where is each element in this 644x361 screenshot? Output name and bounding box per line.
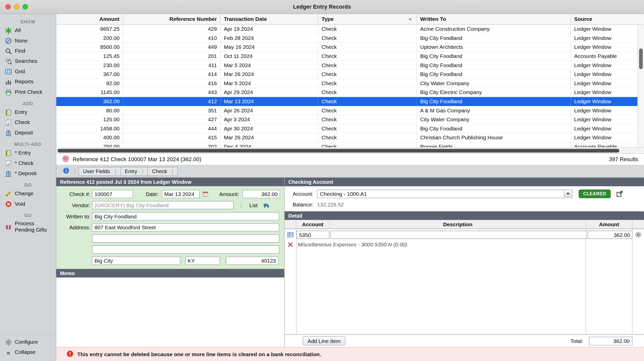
column-header-amount[interactable]: Amount [56,14,123,24]
info-icon[interactable] [63,167,69,175]
table-cell: Check [318,88,417,97]
zip-field[interactable] [226,257,279,265]
prohibited-icon [5,37,12,44]
table-row[interactable]: 80.00351Apr 26 2024CheckA & M Gas Compan… [56,106,637,115]
line-amount-field[interactable] [588,231,632,239]
drag-handle-icon[interactable]: ⋮ [113,169,116,174]
check-number-field[interactable] [92,190,133,198]
city-field[interactable] [92,257,180,265]
zoom-button[interactable] [23,4,28,9]
column-header-reference-number[interactable]: Reference Number [123,14,220,24]
table-cell: 201 [123,52,220,61]
date-field[interactable] [162,190,200,198]
column-header-written-to[interactable]: Written To [417,14,571,24]
tab-check[interactable]: Check ⋮ [148,167,177,175]
sidebar-item-multi-entry[interactable]: * Entry [0,148,56,158]
minimize-button[interactable] [14,4,19,9]
delete-line-icon[interactable] [285,242,296,247]
column-header-type[interactable]: Type [318,14,417,24]
table-row[interactable]: 230.00411Mar 5 2024CheckBig City Foodlan… [56,61,637,70]
record-summary: Reference 412 Check 100007 Mar 13 2024 (… [73,156,201,162]
sidebar-item-find[interactable]: Find [0,46,56,56]
table-row[interactable]: 750.00202Dec 4 2024CheckRonnie FieldsAcc… [56,142,637,147]
vertical-scrollbar[interactable] [637,25,644,147]
vendor-menu-icon[interactable]: ⋮ [239,203,242,208]
table-row[interactable]: 367.00414Mar 26 2024CheckBig City Foodla… [56,70,637,79]
table-row[interactable]: 125.45201Oct 11 2024CheckBig City Foodla… [56,52,637,61]
table-cell: 444 [123,124,220,133]
table-row[interactable]: 1458.00444Apr 30 2024CheckBig City Foodl… [56,124,637,133]
cleared-button[interactable]: CLEARED [579,190,611,198]
tab-entry[interactable]: Entry ⋮ [121,167,148,175]
column-header-source[interactable]: Source [571,14,637,24]
sidebar-item-change[interactable]: Change [0,189,56,199]
column-header-transaction-date[interactable]: Transaction Date [220,14,318,24]
table-cell: Uptown Architects [417,43,571,51]
address-line1-field[interactable] [92,223,279,231]
table-cell: 362.00 [56,97,123,106]
table-cell: Check [318,133,417,142]
sidebar-item-collapse[interactable]: « Collapse [0,348,56,358]
sidebar-item-grid[interactable]: Grid [0,67,56,77]
table-cell: Big City Electric Company [417,88,571,97]
tab-user-fields[interactable]: User Fields ⋮ [79,167,121,175]
sidebar-heading-multi-add: MULTI-ADD [0,142,56,147]
table-row[interactable]: 92.00416Mar 5 2024CheckCity Water Compan… [56,79,637,88]
vendor-field[interactable] [92,201,234,209]
horizontal-scrollbar[interactable] [56,147,644,153]
check-number-label: Check #: [56,191,90,197]
ledger-table: Amount Reference Number Transaction Date… [56,14,644,153]
sidebar-item-searches[interactable]: Searches [0,56,56,67]
state-field[interactable] [185,257,220,265]
sidebar-item-entry[interactable]: Entry [0,107,56,117]
sidebar-item-reports[interactable]: Reports [0,77,56,87]
drag-handle-icon[interactable]: ⋮ [140,169,143,174]
sidebar-item-deposit[interactable]: Deposit [0,128,56,138]
line-account-field[interactable] [297,231,329,239]
close-button[interactable] [5,4,11,9]
calendar-icon[interactable] [202,191,209,197]
gear-icon [5,339,12,346]
table-cell: Ledger Window [571,88,637,97]
vendor-list-label[interactable]: List [249,202,258,208]
sidebar-item-none[interactable]: None [0,36,56,46]
sidebar-item-void[interactable]: Void [0,199,56,209]
sidebar-item-check[interactable]: Check [0,118,56,128]
truck-icon[interactable] [263,202,271,208]
account-label: Account: [289,191,313,197]
drag-handle-icon[interactable]: ⋮ [72,169,76,174]
drag-handle-icon[interactable]: ⋮ [170,169,173,174]
line-settings-gear-icon[interactable] [633,232,644,238]
table-row[interactable]: 1145.00443Apr 29 2024CheckBig City Elect… [56,88,637,97]
address-line2-field[interactable] [92,234,279,243]
detail-grid: Account Description Amount [285,220,644,335]
sidebar-item-multi-deposit[interactable]: * Deposit [0,169,56,179]
written-to-field[interactable] [92,212,279,220]
account-lookup-icon[interactable] [285,232,296,238]
table-cell: Check [318,124,417,133]
sidebar-item-print-check[interactable]: Print Check [0,87,56,97]
chevron-down-icon[interactable] [564,190,572,197]
table-row[interactable]: 8657.25429Apr 19 2024CheckAcme Construct… [56,25,637,34]
address-line3-field[interactable] [92,246,279,254]
vertical-scrollbar-thumb[interactable] [639,49,643,69]
sidebar-item-multi-check[interactable]: * Check [0,158,56,169]
table-row[interactable]: 400.00415Mar 26 2024CheckChristian Churc… [56,133,637,142]
amount-field[interactable] [242,190,280,198]
horizontal-scrollbar-thumb[interactable] [57,149,619,153]
table-row[interactable]: 362.00412Mar 13 2024CheckBig City Foodla… [56,97,637,106]
sidebar-item-process-pending-gifts[interactable]: Process Pending Gifts [0,219,56,235]
table-cell: Feb 28 2024 [220,34,318,42]
table-row[interactable]: 125.00427Apr 3 2024CheckCity Water Compa… [56,115,637,124]
add-line-item-button[interactable]: Add Line Item [303,336,346,345]
error-icon [67,350,73,358]
table-row[interactable]: 200.00410Feb 28 2024CheckBig City Foodla… [56,34,637,43]
line-description-field[interactable] [330,231,587,239]
memo-field[interactable] [56,278,284,347]
table-row[interactable]: 8500.00449May 16 2024CheckUptown Archite… [56,43,637,52]
sidebar-item-all[interactable]: All [0,25,56,36]
account-select[interactable]: Checking - 1000.A1 [317,190,573,198]
sidebar-item-configure[interactable]: Configure [0,337,56,347]
open-external-icon[interactable] [616,190,623,197]
balance-value: 132,229.52 [317,202,344,208]
